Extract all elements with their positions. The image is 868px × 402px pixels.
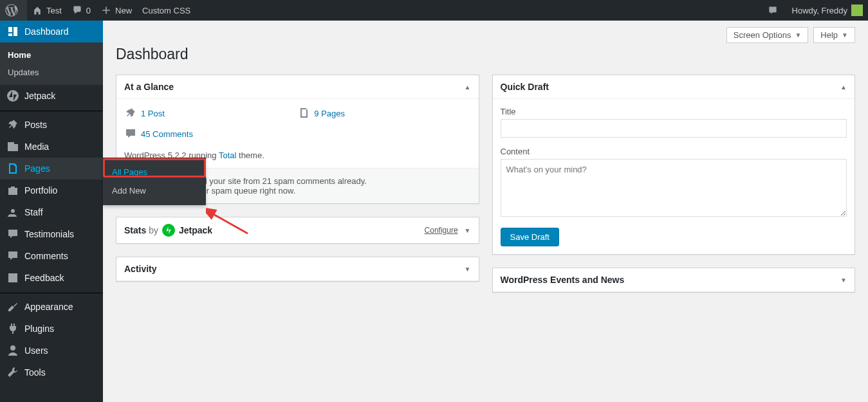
sidebar-item-plugins[interactable]: Plugins bbox=[0, 318, 103, 331]
comment-icon bbox=[124, 127, 137, 140]
new-label: New bbox=[115, 6, 132, 15]
site-name: Test bbox=[46, 6, 62, 15]
svg-point-0 bbox=[7, 90, 19, 102]
testimonial-icon bbox=[6, 228, 19, 241]
howdy-link[interactable]: Howdy, Freddy bbox=[787, 0, 868, 21]
comments-link[interactable]: 0 bbox=[67, 0, 96, 21]
comments-icon bbox=[6, 250, 19, 262]
configure-link[interactable]: Configure bbox=[425, 226, 458, 235]
appearance-icon bbox=[6, 300, 19, 313]
custom-css-link[interactable]: Custom CSS bbox=[137, 0, 196, 21]
sidebar-item-appearance[interactable]: Appearance bbox=[0, 296, 103, 318]
help-button[interactable]: Help▼ bbox=[813, 27, 855, 43]
toggle-icon: ▲ bbox=[840, 84, 847, 91]
feedback-icon bbox=[6, 271, 19, 284]
toggle-icon: ▲ bbox=[465, 84, 471, 91]
flyout-item-add-new[interactable]: Add New bbox=[103, 181, 206, 200]
flyout-item-all-pages[interactable]: All Pages bbox=[103, 163, 206, 181]
quick-draft-box: Quick Draft ▲ Title Content Save Draft bbox=[492, 75, 856, 255]
stats-title: Stats by Jetpack bbox=[124, 224, 212, 237]
sidebar-item-media[interactable]: Media bbox=[0, 136, 103, 158]
toggle-icon: ▼ bbox=[465, 266, 471, 273]
sidebar-item-portfolio[interactable]: Portfolio bbox=[0, 179, 103, 201]
plugins-icon bbox=[6, 322, 19, 331]
staff-icon bbox=[6, 206, 19, 219]
events-news-header[interactable]: WordPress Events and News ▼ bbox=[493, 268, 855, 292]
portfolio-icon bbox=[6, 184, 19, 197]
sidebar-item-posts[interactable]: Posts bbox=[0, 114, 103, 136]
media-icon bbox=[6, 140, 19, 153]
content-label: Content bbox=[501, 147, 847, 156]
glance-comments-link[interactable]: 45 Comments bbox=[124, 127, 471, 140]
at-a-glance-header[interactable]: At a Glance ▲ bbox=[116, 75, 479, 99]
events-news-box: WordPress Events and News ▼ bbox=[492, 268, 856, 293]
save-draft-button[interactable]: Save Draft bbox=[501, 228, 559, 246]
sidebar-item-testimonials[interactable]: Testimonials bbox=[0, 223, 103, 245]
flyout-pages: All PagesAdd New bbox=[103, 158, 206, 205]
sidebar-item-staff[interactable]: Staff bbox=[0, 201, 103, 223]
sidebar-item-feedback[interactable]: Feedback bbox=[0, 267, 103, 289]
pages-icon bbox=[297, 107, 310, 120]
activity-box: Activity ▼ bbox=[116, 257, 479, 282]
avatar bbox=[851, 5, 863, 16]
page-icon bbox=[6, 162, 19, 175]
toggle-icon: ▼ bbox=[840, 277, 847, 284]
glance-pages-link[interactable]: 9 Pages bbox=[297, 107, 470, 120]
jetpack-icon bbox=[6, 89, 19, 102]
draft-content-textarea[interactable] bbox=[501, 159, 847, 217]
sidebar-item-pages[interactable]: PagesAll PagesAdd New bbox=[0, 158, 103, 179]
notification-icon[interactable] bbox=[762, 0, 787, 21]
activity-header[interactable]: Activity ▼ bbox=[116, 257, 479, 281]
pin-icon bbox=[6, 118, 19, 131]
toggle-icon[interactable]: ▼ bbox=[465, 227, 471, 234]
glance-posts-link[interactable]: 1 Post bbox=[124, 107, 297, 120]
sidebar-item-dashboard[interactable]: Dashboard bbox=[0, 21, 103, 42]
theme-link[interactable]: Total bbox=[219, 151, 236, 160]
wp-logo[interactable] bbox=[0, 0, 27, 21]
screen-options-button[interactable]: Screen Options▼ bbox=[726, 27, 809, 43]
dashboard-icon bbox=[6, 25, 19, 38]
draft-title-input[interactable] bbox=[501, 119, 847, 138]
sidebar-item-jetpack[interactable]: Jetpack bbox=[0, 85, 103, 107]
jetpack-icon bbox=[162, 224, 175, 237]
page-title: Dashboard bbox=[116, 46, 855, 63]
admin-sidebar: DashboardHomeUpdatesJetpackPostsMediaPag… bbox=[0, 21, 103, 331]
site-name-link[interactable]: Test bbox=[27, 0, 67, 21]
submenu-item-home[interactable]: Home bbox=[0, 46, 103, 64]
pin-icon bbox=[124, 107, 137, 120]
stats-box: Stats by Jetpack Configure ▼ bbox=[116, 217, 479, 244]
title-label: Title bbox=[501, 107, 847, 116]
submenu-item-updates[interactable]: Updates bbox=[0, 64, 103, 81]
quick-draft-header[interactable]: Quick Draft ▲ bbox=[493, 75, 855, 99]
new-link[interactable]: New bbox=[96, 0, 137, 21]
comments-count: 0 bbox=[86, 6, 91, 15]
sidebar-item-comments[interactable]: Comments bbox=[0, 245, 103, 267]
